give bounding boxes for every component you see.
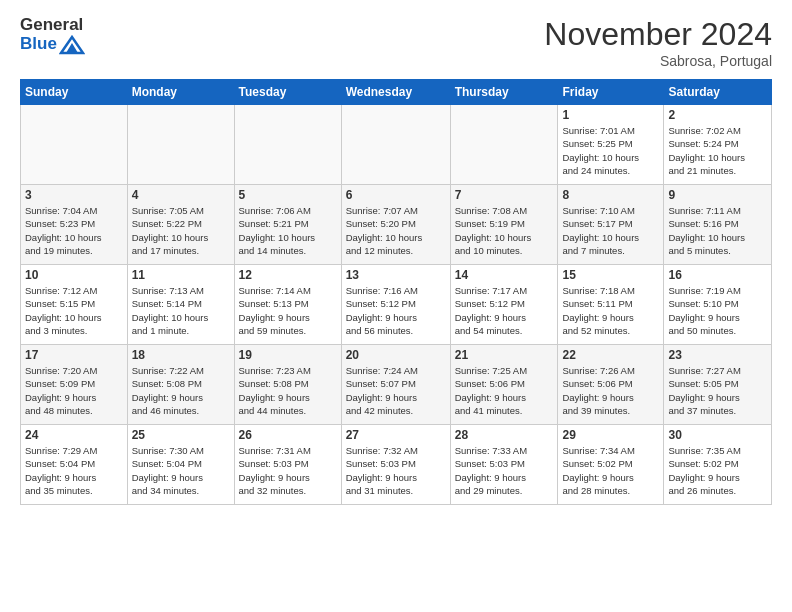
- day-number: 10: [25, 268, 123, 282]
- title-area: November 2024 Sabrosa, Portugal: [544, 16, 772, 69]
- calendar-cell: 16Sunrise: 7:19 AM Sunset: 5:10 PM Dayli…: [664, 265, 772, 345]
- day-number: 17: [25, 348, 123, 362]
- page: General Blue November 2024 Sabrosa, Port…: [0, 0, 792, 515]
- day-info: Sunrise: 7:24 AM Sunset: 5:07 PM Dayligh…: [346, 364, 446, 417]
- week-row-3: 10Sunrise: 7:12 AM Sunset: 5:15 PM Dayli…: [21, 265, 772, 345]
- day-number: 18: [132, 348, 230, 362]
- day-number: 2: [668, 108, 767, 122]
- day-info: Sunrise: 7:13 AM Sunset: 5:14 PM Dayligh…: [132, 284, 230, 337]
- week-row-4: 17Sunrise: 7:20 AM Sunset: 5:09 PM Dayli…: [21, 345, 772, 425]
- day-number: 28: [455, 428, 554, 442]
- day-info: Sunrise: 7:12 AM Sunset: 5:15 PM Dayligh…: [25, 284, 123, 337]
- calendar-cell: 25Sunrise: 7:30 AM Sunset: 5:04 PM Dayli…: [127, 425, 234, 505]
- calendar: SundayMondayTuesdayWednesdayThursdayFrid…: [20, 79, 772, 505]
- calendar-cell: [21, 105, 128, 185]
- day-info: Sunrise: 7:22 AM Sunset: 5:08 PM Dayligh…: [132, 364, 230, 417]
- calendar-cell: 19Sunrise: 7:23 AM Sunset: 5:08 PM Dayli…: [234, 345, 341, 425]
- day-number: 7: [455, 188, 554, 202]
- day-number: 5: [239, 188, 337, 202]
- day-info: Sunrise: 7:25 AM Sunset: 5:06 PM Dayligh…: [455, 364, 554, 417]
- calendar-cell: 26Sunrise: 7:31 AM Sunset: 5:03 PM Dayli…: [234, 425, 341, 505]
- day-number: 29: [562, 428, 659, 442]
- day-number: 12: [239, 268, 337, 282]
- day-info: Sunrise: 7:16 AM Sunset: 5:12 PM Dayligh…: [346, 284, 446, 337]
- calendar-cell: 27Sunrise: 7:32 AM Sunset: 5:03 PM Dayli…: [341, 425, 450, 505]
- calendar-cell: 13Sunrise: 7:16 AM Sunset: 5:12 PM Dayli…: [341, 265, 450, 345]
- calendar-cell: 2Sunrise: 7:02 AM Sunset: 5:24 PM Daylig…: [664, 105, 772, 185]
- calendar-cell: 15Sunrise: 7:18 AM Sunset: 5:11 PM Dayli…: [558, 265, 664, 345]
- calendar-cell: 18Sunrise: 7:22 AM Sunset: 5:08 PM Dayli…: [127, 345, 234, 425]
- location: Sabrosa, Portugal: [544, 53, 772, 69]
- calendar-cell: 22Sunrise: 7:26 AM Sunset: 5:06 PM Dayli…: [558, 345, 664, 425]
- calendar-cell: 3Sunrise: 7:04 AM Sunset: 5:23 PM Daylig…: [21, 185, 128, 265]
- calendar-cell: [234, 105, 341, 185]
- day-info: Sunrise: 7:07 AM Sunset: 5:20 PM Dayligh…: [346, 204, 446, 257]
- day-number: 3: [25, 188, 123, 202]
- weekday-header-tuesday: Tuesday: [234, 80, 341, 105]
- day-info: Sunrise: 7:01 AM Sunset: 5:25 PM Dayligh…: [562, 124, 659, 177]
- weekday-header-friday: Friday: [558, 80, 664, 105]
- day-number: 11: [132, 268, 230, 282]
- day-info: Sunrise: 7:35 AM Sunset: 5:02 PM Dayligh…: [668, 444, 767, 497]
- calendar-cell: 14Sunrise: 7:17 AM Sunset: 5:12 PM Dayli…: [450, 265, 558, 345]
- calendar-cell: 17Sunrise: 7:20 AM Sunset: 5:09 PM Dayli…: [21, 345, 128, 425]
- day-number: 14: [455, 268, 554, 282]
- day-number: 24: [25, 428, 123, 442]
- day-info: Sunrise: 7:31 AM Sunset: 5:03 PM Dayligh…: [239, 444, 337, 497]
- calendar-cell: 24Sunrise: 7:29 AM Sunset: 5:04 PM Dayli…: [21, 425, 128, 505]
- header: General Blue November 2024 Sabrosa, Port…: [20, 16, 772, 69]
- calendar-cell: [127, 105, 234, 185]
- calendar-cell: 20Sunrise: 7:24 AM Sunset: 5:07 PM Dayli…: [341, 345, 450, 425]
- day-info: Sunrise: 7:20 AM Sunset: 5:09 PM Dayligh…: [25, 364, 123, 417]
- day-number: 15: [562, 268, 659, 282]
- calendar-cell: [341, 105, 450, 185]
- day-info: Sunrise: 7:32 AM Sunset: 5:03 PM Dayligh…: [346, 444, 446, 497]
- calendar-cell: 8Sunrise: 7:10 AM Sunset: 5:17 PM Daylig…: [558, 185, 664, 265]
- weekday-header-row: SundayMondayTuesdayWednesdayThursdayFrid…: [21, 80, 772, 105]
- week-row-2: 3Sunrise: 7:04 AM Sunset: 5:23 PM Daylig…: [21, 185, 772, 265]
- calendar-cell: 28Sunrise: 7:33 AM Sunset: 5:03 PM Dayli…: [450, 425, 558, 505]
- day-number: 19: [239, 348, 337, 362]
- day-info: Sunrise: 7:29 AM Sunset: 5:04 PM Dayligh…: [25, 444, 123, 497]
- day-number: 27: [346, 428, 446, 442]
- logo: General Blue: [20, 16, 85, 55]
- weekday-header-monday: Monday: [127, 80, 234, 105]
- calendar-cell: 11Sunrise: 7:13 AM Sunset: 5:14 PM Dayli…: [127, 265, 234, 345]
- day-info: Sunrise: 7:19 AM Sunset: 5:10 PM Dayligh…: [668, 284, 767, 337]
- day-number: 6: [346, 188, 446, 202]
- calendar-cell: [450, 105, 558, 185]
- day-number: 1: [562, 108, 659, 122]
- weekday-header-wednesday: Wednesday: [341, 80, 450, 105]
- day-info: Sunrise: 7:26 AM Sunset: 5:06 PM Dayligh…: [562, 364, 659, 417]
- day-info: Sunrise: 7:10 AM Sunset: 5:17 PM Dayligh…: [562, 204, 659, 257]
- calendar-cell: 12Sunrise: 7:14 AM Sunset: 5:13 PM Dayli…: [234, 265, 341, 345]
- day-number: 9: [668, 188, 767, 202]
- day-info: Sunrise: 7:23 AM Sunset: 5:08 PM Dayligh…: [239, 364, 337, 417]
- calendar-cell: 6Sunrise: 7:07 AM Sunset: 5:20 PM Daylig…: [341, 185, 450, 265]
- day-info: Sunrise: 7:02 AM Sunset: 5:24 PM Dayligh…: [668, 124, 767, 177]
- day-number: 23: [668, 348, 767, 362]
- weekday-header-saturday: Saturday: [664, 80, 772, 105]
- calendar-cell: 23Sunrise: 7:27 AM Sunset: 5:05 PM Dayli…: [664, 345, 772, 425]
- week-row-5: 24Sunrise: 7:29 AM Sunset: 5:04 PM Dayli…: [21, 425, 772, 505]
- calendar-cell: 21Sunrise: 7:25 AM Sunset: 5:06 PM Dayli…: [450, 345, 558, 425]
- day-number: 30: [668, 428, 767, 442]
- day-info: Sunrise: 7:27 AM Sunset: 5:05 PM Dayligh…: [668, 364, 767, 417]
- day-info: Sunrise: 7:33 AM Sunset: 5:03 PM Dayligh…: [455, 444, 554, 497]
- calendar-cell: 30Sunrise: 7:35 AM Sunset: 5:02 PM Dayli…: [664, 425, 772, 505]
- day-info: Sunrise: 7:05 AM Sunset: 5:22 PM Dayligh…: [132, 204, 230, 257]
- calendar-cell: 1Sunrise: 7:01 AM Sunset: 5:25 PM Daylig…: [558, 105, 664, 185]
- day-info: Sunrise: 7:18 AM Sunset: 5:11 PM Dayligh…: [562, 284, 659, 337]
- week-row-1: 1Sunrise: 7:01 AM Sunset: 5:25 PM Daylig…: [21, 105, 772, 185]
- day-info: Sunrise: 7:34 AM Sunset: 5:02 PM Dayligh…: [562, 444, 659, 497]
- day-number: 20: [346, 348, 446, 362]
- day-info: Sunrise: 7:30 AM Sunset: 5:04 PM Dayligh…: [132, 444, 230, 497]
- day-info: Sunrise: 7:08 AM Sunset: 5:19 PM Dayligh…: [455, 204, 554, 257]
- day-number: 4: [132, 188, 230, 202]
- day-number: 22: [562, 348, 659, 362]
- weekday-header-sunday: Sunday: [21, 80, 128, 105]
- day-info: Sunrise: 7:04 AM Sunset: 5:23 PM Dayligh…: [25, 204, 123, 257]
- day-number: 25: [132, 428, 230, 442]
- day-info: Sunrise: 7:14 AM Sunset: 5:13 PM Dayligh…: [239, 284, 337, 337]
- calendar-cell: 9Sunrise: 7:11 AM Sunset: 5:16 PM Daylig…: [664, 185, 772, 265]
